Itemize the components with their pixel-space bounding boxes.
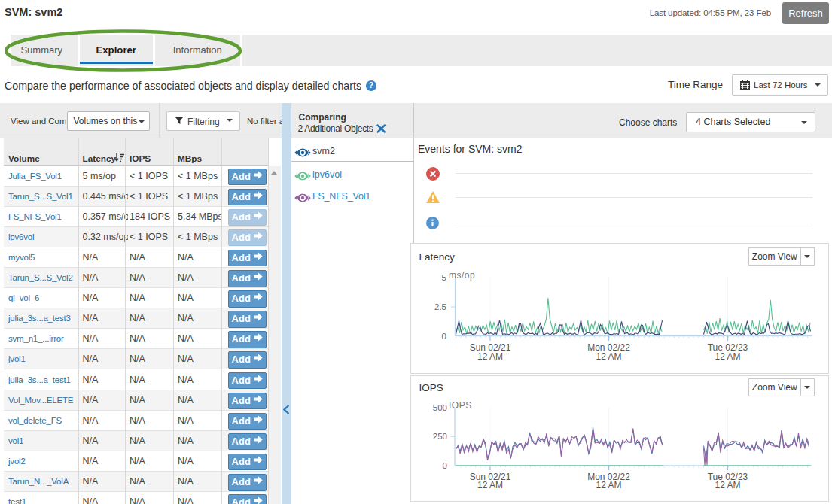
- svg-text:12 AM: 12 AM: [715, 480, 740, 490]
- svg-text:2.5: 2.5: [434, 302, 446, 311]
- svg-text:250: 250: [432, 432, 446, 441]
- svg-text:ms/op: ms/op: [449, 270, 475, 281]
- svg-text:IOPS: IOPS: [449, 400, 472, 411]
- svg-text:12 AM: 12 AM: [596, 351, 621, 361]
- svg-text:0: 0: [441, 331, 446, 340]
- svg-text:12 AM: 12 AM: [477, 480, 502, 490]
- svg-text:0: 0: [442, 461, 446, 470]
- svg-text:500: 500: [432, 403, 446, 412]
- svg-text:12 AM: 12 AM: [596, 480, 621, 490]
- svg-text:12 AM: 12 AM: [715, 351, 740, 361]
- svg-text:12 AM: 12 AM: [477, 351, 502, 361]
- svg-text:5: 5: [441, 273, 446, 282]
